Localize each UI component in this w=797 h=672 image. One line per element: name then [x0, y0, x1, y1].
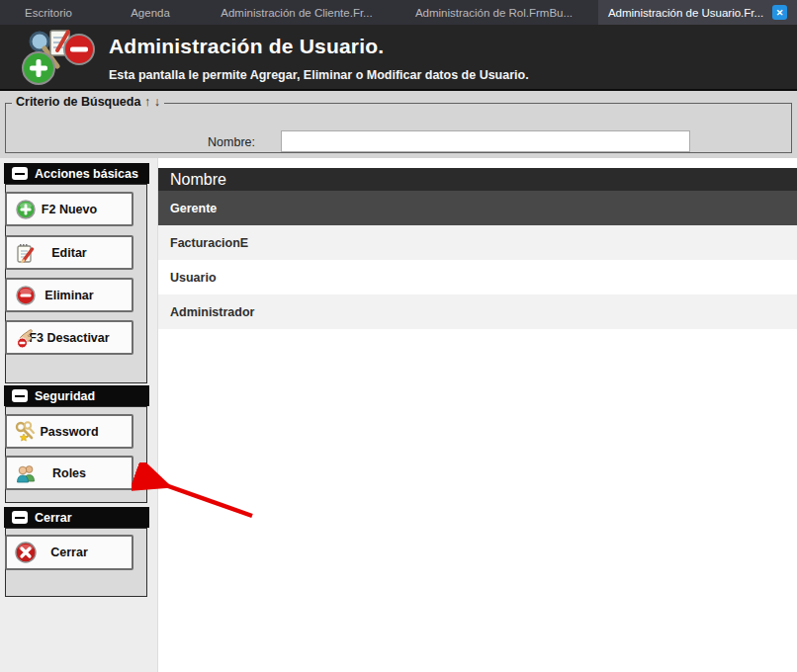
tab-close-icon[interactable]: ✕ — [772, 5, 787, 20]
tab-admin-usuario[interactable]: Administración de Usuario.Fr... ✕ — [598, 0, 797, 25]
eliminar-button[interactable]: Eliminar — [5, 278, 133, 312]
hand-disable-icon — [14, 326, 38, 350]
table-row[interactable]: FacturacionE — [158, 225, 797, 260]
app-window: Escritorio Agenda Administración de Clie… — [0, 0, 797, 672]
table-row[interactable]: Administrador — [158, 294, 797, 329]
row-name: Usuario — [170, 271, 217, 285]
button-label: F2 Nuevo — [42, 203, 97, 216]
button-label: Eliminar — [44, 289, 93, 302]
editar-button[interactable]: Editar — [5, 235, 133, 270]
tab-label: Agenda — [131, 7, 170, 19]
group-header-seguridad: Seguridad — [4, 385, 149, 406]
page-title: Administración de Usuario. — [109, 35, 384, 58]
row-name: Administrador — [170, 305, 254, 319]
table-row[interactable]: Usuario — [158, 260, 797, 294]
password-button[interactable]: Password — [5, 414, 133, 449]
group-header-cerrar: Cerrar — [4, 507, 149, 528]
tab-label: Administración de Rol.FrmBu... — [415, 7, 573, 19]
button-label: F3 Desactivar — [29, 331, 109, 345]
tab-label: Escritorio — [25, 7, 72, 19]
collapse-minus-icon[interactable] — [12, 167, 28, 180]
minus-circle-icon — [14, 284, 38, 307]
roles-button[interactable]: Roles — [5, 456, 133, 490]
search-groupbox: Criterio de Búsqueda ↑ ↓ Nombre: — [5, 103, 792, 153]
button-label: Editar — [51, 246, 86, 260]
edit-notepad-icon — [14, 241, 38, 265]
collapse-minus-icon[interactable] — [12, 389, 28, 402]
name-search-input[interactable] — [281, 130, 690, 152]
tab-bar: Escritorio Agenda Administración de Clie… — [0, 0, 797, 26]
plus-circle-icon — [14, 198, 38, 221]
search-legend-text: Criterio de Búsqueda — [16, 95, 140, 109]
tab-agenda[interactable]: Agenda — [97, 0, 204, 25]
collapse-minus-icon[interactable] — [12, 511, 28, 524]
button-label: Roles — [52, 466, 86, 480]
f3-desactivar-button[interactable]: F3 Desactivar — [5, 320, 133, 355]
user-admin-icon — [14, 29, 97, 90]
button-label: Cerrar — [50, 546, 88, 559]
f2-nuevo-button[interactable]: F2 Nuevo — [5, 192, 133, 226]
group-header-acciones-basicas: Acciones básicas — [4, 163, 149, 184]
button-label: Password — [40, 425, 98, 439]
group-title: Cerrar — [35, 511, 72, 525]
tab-admin-rol[interactable]: Administración de Rol.FrmBu... — [390, 0, 598, 25]
page-header: Administración de Usuario. Esta pantalla… — [0, 25, 797, 91]
close-circle-icon — [14, 541, 38, 564]
table-row[interactable]: Gerente — [158, 191, 797, 225]
row-name: FacturacionE — [170, 236, 248, 250]
tab-admin-cliente[interactable]: Administración de Cliente.Fr... — [204, 0, 390, 25]
column-header-nombre[interactable]: Nombre — [158, 168, 797, 191]
results-table: Nombre Gerente FacturacionE Usuario Admi… — [158, 168, 797, 329]
group-title: Seguridad — [35, 389, 95, 403]
users-icon — [14, 462, 38, 485]
tab-label: Administración de Cliente.Fr... — [221, 7, 372, 19]
tab-label: Administración de Usuario.Fr... — [608, 7, 763, 19]
collapse-arrows-icon[interactable]: ↑ ↓ — [144, 95, 160, 109]
name-field-label: Nombre: — [154, 135, 255, 149]
search-criteria-panel: Criterio de Búsqueda ↑ ↓ Nombre: — [0, 91, 797, 158]
row-name: Gerente — [170, 202, 217, 215]
page-subtitle: Esta pantalla le permite Agregar, Elimin… — [109, 68, 529, 82]
tab-escritorio[interactable]: Escritorio — [0, 0, 97, 25]
cerrar-button[interactable]: Cerrar — [5, 535, 133, 570]
keys-icon — [14, 420, 38, 444]
group-title: Acciones básicas — [35, 167, 138, 181]
search-legend: Criterio de Búsqueda ↑ ↓ — [12, 95, 164, 109]
